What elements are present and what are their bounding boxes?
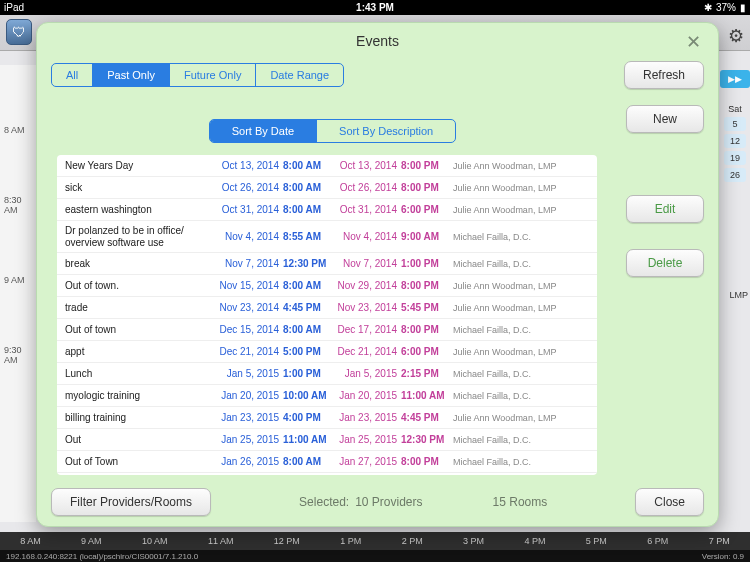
sort-tab-desc[interactable]: Sort By Description bbox=[317, 120, 455, 142]
filter-tab-range[interactable]: Date Range bbox=[256, 64, 343, 86]
event-who: Julie Ann Woodman, LMP bbox=[447, 303, 589, 313]
event-who: Julie Ann Woodman, LMP bbox=[447, 347, 589, 357]
sort-tab-date[interactable]: Sort By Date bbox=[210, 120, 317, 142]
event-row[interactable]: eastern washingtonOct 31, 20148:00 AMOct… bbox=[57, 199, 597, 221]
hour-label: 9:30 AM bbox=[0, 345, 36, 365]
event-end-time: 5:45 PM bbox=[397, 302, 447, 313]
event-end-date: Nov 23, 2014 bbox=[329, 302, 397, 313]
cal-day[interactable]: 26 bbox=[724, 168, 746, 182]
modal-top-row: All Past Only Future Only Date Range Ref… bbox=[51, 61, 704, 89]
filter-segment: All Past Only Future Only Date Range bbox=[51, 63, 344, 87]
event-start-time: 8:00 AM bbox=[279, 280, 329, 291]
event-row[interactable]: LunchJan 5, 20151:00 PMJan 5, 20152:15 P… bbox=[57, 363, 597, 385]
event-row[interactable]: myologic trainingJan 20, 201510:00 AMJan… bbox=[57, 385, 597, 407]
refresh-button[interactable]: Refresh bbox=[624, 61, 704, 89]
event-end-time: 8:00 PM bbox=[397, 324, 447, 335]
modal-title: Events bbox=[51, 33, 704, 49]
tl: 1 PM bbox=[340, 536, 361, 546]
event-start-date: Dec 15, 2014 bbox=[215, 324, 279, 335]
event-start-date: Jan 23, 2015 bbox=[215, 412, 279, 423]
tl: 8 AM bbox=[20, 536, 41, 546]
event-row[interactable]: breakNov 7, 201412:30 PMNov 7, 20141:00 … bbox=[57, 253, 597, 275]
app-footer: 192.168.0.240:8221 (local)/pschiro/CIS00… bbox=[0, 550, 750, 562]
events-list[interactable]: New Years DayOct 13, 20148:00 AMOct 13, … bbox=[57, 155, 597, 475]
cal-day[interactable]: 12 bbox=[724, 134, 746, 148]
modal-footer: Filter Providers/Rooms Selected:10 Provi… bbox=[51, 488, 704, 516]
event-end-time: 6:00 PM bbox=[397, 346, 447, 357]
event-desc: Dr polanzed to be in office/ overview so… bbox=[65, 225, 215, 248]
hour-label: 8:30 AM bbox=[0, 195, 36, 215]
event-row[interactable]: Out of town.Nov 15, 20148:00 AMNov 29, 2… bbox=[57, 275, 597, 297]
event-end-date: Jan 5, 2015 bbox=[329, 368, 397, 379]
event-start-date: Nov 15, 2014 bbox=[215, 280, 279, 291]
right-calendar-strip: ▶▶ Sat 5 12 19 26 LMP bbox=[720, 70, 750, 185]
tl: 10 AM bbox=[142, 536, 168, 546]
event-row[interactable]: billing trainingJan 23, 20154:00 PMJan 2… bbox=[57, 407, 597, 429]
event-who: Michael Failla, D.C. bbox=[447, 435, 589, 445]
event-row[interactable]: Dr polanzed to be in office/ overview so… bbox=[57, 221, 597, 253]
hours-gutter: 8 AM 8:30 AM 9 AM 9:30 AM bbox=[0, 65, 36, 522]
event-desc: eastern washington bbox=[65, 204, 215, 216]
rooms-count: 15 Rooms bbox=[493, 495, 548, 509]
event-row[interactable]: OutJan 25, 201511:00 AMJan 25, 201512:30… bbox=[57, 429, 597, 451]
event-who: Michael Failla, D.C. bbox=[447, 369, 589, 379]
event-start-time: 8:00 AM bbox=[279, 204, 329, 215]
event-who: Michael Failla, D.C. bbox=[447, 391, 589, 401]
close-button[interactable]: Close bbox=[635, 488, 704, 516]
event-desc: Out of town. bbox=[65, 280, 215, 292]
event-desc: Out of town bbox=[65, 324, 215, 336]
gear-icon[interactable]: ⚙ bbox=[728, 25, 744, 47]
event-start-date: Jan 20, 2015 bbox=[215, 390, 279, 401]
event-start-date: Nov 23, 2014 bbox=[215, 302, 279, 313]
status-right: ✱ 37% ▮ bbox=[704, 2, 746, 13]
modal-header: Events ✕ bbox=[51, 31, 704, 57]
edit-button[interactable]: Edit bbox=[626, 195, 704, 223]
event-desc: myologic training bbox=[65, 390, 215, 402]
filter-providers-button[interactable]: Filter Providers/Rooms bbox=[51, 488, 211, 516]
event-start-time: 8:00 AM bbox=[279, 160, 329, 171]
event-row[interactable]: Out of TownJan 26, 20158:00 AMJan 27, 20… bbox=[57, 451, 597, 473]
event-end-time: 8:00 PM bbox=[397, 160, 447, 171]
event-row[interactable]: apptDec 21, 20145:00 PMDec 21, 20146:00 … bbox=[57, 341, 597, 363]
bottom-timeline: 8 AM 9 AM 10 AM 11 AM 12 PM 1 PM 2 PM 3 … bbox=[0, 532, 750, 550]
forward-icon[interactable]: ▶▶ bbox=[720, 70, 750, 88]
event-start-time: 4:00 PM bbox=[279, 412, 329, 423]
event-start-date: Nov 7, 2014 bbox=[215, 258, 279, 269]
event-desc: Out of Town bbox=[65, 456, 215, 468]
event-desc: New Years Day bbox=[65, 160, 215, 172]
cal-day[interactable]: 19 bbox=[724, 151, 746, 165]
event-row[interactable]: tradeNov 23, 20144:45 PMNov 23, 20145:45… bbox=[57, 297, 597, 319]
event-end-time: 11:00 AM bbox=[397, 390, 447, 401]
cal-day[interactable]: 5 bbox=[724, 117, 746, 131]
event-end-date: Jan 20, 2015 bbox=[329, 390, 397, 401]
event-end-date: Oct 31, 2014 bbox=[329, 204, 397, 215]
filter-tab-all[interactable]: All bbox=[52, 64, 93, 86]
new-button[interactable]: New bbox=[626, 105, 704, 133]
sort-segment: Sort By Date Sort By Description bbox=[209, 119, 457, 143]
event-end-date: Nov 4, 2014 bbox=[329, 231, 397, 242]
event-desc: sick bbox=[65, 182, 215, 194]
filter-tab-future[interactable]: Future Only bbox=[170, 64, 256, 86]
event-start-date: Jan 26, 2015 bbox=[215, 456, 279, 467]
event-start-time: 8:00 AM bbox=[279, 182, 329, 193]
event-who: Julie Ann Woodman, LMP bbox=[447, 413, 589, 423]
lmp-label: LMP bbox=[729, 290, 748, 300]
tl: 9 AM bbox=[81, 536, 102, 546]
filter-tab-past[interactable]: Past Only bbox=[93, 64, 170, 86]
delete-button[interactable]: Delete bbox=[626, 249, 704, 277]
selected-label: Selected: bbox=[299, 495, 349, 509]
close-icon[interactable]: ✕ bbox=[682, 31, 704, 53]
event-end-date: Jan 23, 2015 bbox=[329, 412, 397, 423]
event-start-date: Oct 26, 2014 bbox=[215, 182, 279, 193]
tl: 7 PM bbox=[709, 536, 730, 546]
event-who: Michael Failla, D.C. bbox=[447, 457, 589, 467]
event-desc: trade bbox=[65, 302, 215, 314]
event-who: Julie Ann Woodman, LMP bbox=[447, 281, 589, 291]
event-row[interactable]: Out of townDec 15, 20148:00 AMDec 17, 20… bbox=[57, 319, 597, 341]
event-row[interactable]: sickOct 26, 20148:00 AMOct 26, 20148:00 … bbox=[57, 177, 597, 199]
event-end-date: Nov 7, 2014 bbox=[329, 258, 397, 269]
tl: 2 PM bbox=[402, 536, 423, 546]
footer-right: Version: 0.9 bbox=[702, 552, 744, 561]
event-row[interactable]: New Years DayOct 13, 20148:00 AMOct 13, … bbox=[57, 155, 597, 177]
event-who: Michael Failla, D.C. bbox=[447, 259, 589, 269]
